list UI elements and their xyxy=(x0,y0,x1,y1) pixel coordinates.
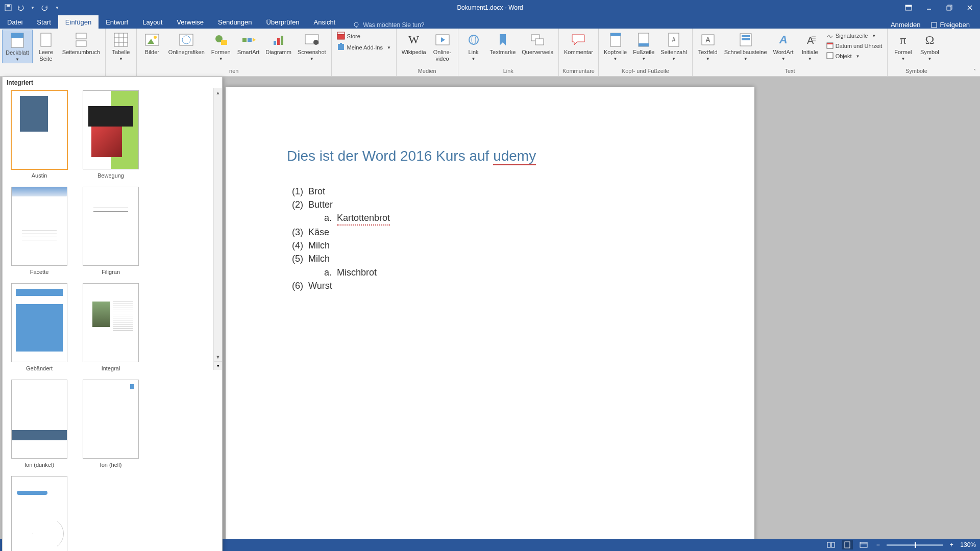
group-symbole: πFormel▼ ΩSymbol▼ Symbole xyxy=(888,29,945,76)
schnellbausteine-button[interactable]: Schnellbausteine▼ xyxy=(721,30,770,62)
store-button[interactable]: Store xyxy=(337,32,391,41)
close-icon[interactable] xyxy=(960,0,980,15)
symbol-button[interactable]: ΩSymbol▼ xyxy=(916,30,943,62)
zoom-out-icon[interactable]: − xyxy=(874,541,881,548)
quickparts-icon xyxy=(738,32,754,48)
template-bewegung[interactable]: Bewegung xyxy=(80,90,141,179)
kopfzeile-button[interactable]: Kopfzeile▼ xyxy=(601,30,630,62)
leere-label: LeereSeite xyxy=(39,49,53,62)
onlinevideo-button[interactable]: Online-video xyxy=(429,30,456,62)
symbol-label: Symbol xyxy=(920,49,939,56)
svg-text:A: A xyxy=(807,35,814,46)
tab-verweise[interactable]: Verweise xyxy=(169,15,211,29)
formen-button[interactable]: Formen▼ xyxy=(208,30,234,62)
undo-dropdown-icon[interactable]: ▼ xyxy=(29,4,37,12)
template-bewegung-label: Bewegung xyxy=(97,172,124,179)
onlinegrafiken-label: Onlinegrafiken xyxy=(168,49,205,56)
svg-rect-72 xyxy=(827,542,830,547)
fusszeile-button[interactable]: Fußzeile▼ xyxy=(630,30,657,62)
template-facette[interactable]: Facette xyxy=(9,187,70,275)
zoom-level[interactable]: 130% xyxy=(960,541,976,548)
initiale-button[interactable]: AInitiale▼ xyxy=(797,30,823,62)
qat-customize-icon[interactable]: ▼ xyxy=(53,4,61,12)
template-austin[interactable]: Austin xyxy=(9,90,70,179)
screenshot-icon xyxy=(304,32,320,48)
collapse-ribbon-icon[interactable]: ˄ xyxy=(973,68,976,74)
querverweis-button[interactable]: Querverweis xyxy=(519,30,556,56)
page[interactable]: Dies ist der Word 2016 Kurs auf udemy (1… xyxy=(226,87,754,539)
template-filigran[interactable]: Filigran xyxy=(80,187,141,275)
tell-me-search[interactable]: Was möchten Sie tun? xyxy=(353,21,424,29)
seitenzahl-button[interactable]: #Seitenzahl▼ xyxy=(657,30,690,62)
wikipedia-button[interactable]: WWikipedia xyxy=(399,30,429,56)
tab-einfuegen[interactable]: Einfügen xyxy=(58,15,99,29)
group-link-label: Link xyxy=(460,67,557,76)
tab-start[interactable]: Start xyxy=(30,15,58,29)
fusszeile-label: Fußzeile xyxy=(633,49,654,56)
link-button[interactable]: Link▼ xyxy=(460,30,487,62)
wordart-button[interactable]: AWordArt▼ xyxy=(770,30,797,62)
scroll-more-icon[interactable]: ▾ xyxy=(214,361,222,370)
tab-sendungen[interactable]: Sendungen xyxy=(211,15,259,29)
tab-layout[interactable]: Layout xyxy=(135,15,169,29)
querverweis-label: Querverweis xyxy=(522,49,553,56)
print-layout-icon[interactable] xyxy=(842,540,853,549)
redo-icon[interactable] xyxy=(41,4,49,12)
seitenumbruch-button[interactable]: Seitenumbruch xyxy=(59,30,103,56)
svg-point-24 xyxy=(154,36,157,39)
group-addins-label xyxy=(334,67,394,76)
onlinepic-icon xyxy=(178,32,194,48)
template-integral[interactable]: Integral xyxy=(80,283,141,371)
screenshot-button[interactable]: Screenshot▼ xyxy=(295,30,329,62)
group-seiten-label xyxy=(2,67,103,76)
restore-icon[interactable] xyxy=(939,0,960,15)
diagramm-button[interactable]: Diagramm xyxy=(262,30,295,56)
datum-button[interactable]: Datum und Uhrzeit xyxy=(826,42,883,50)
ribbon-display-icon[interactable] xyxy=(898,0,919,15)
template-ion-dunkel[interactable]: Ion (dunkel) xyxy=(9,380,70,468)
template-ion-hell[interactable]: Ion (hell) xyxy=(80,380,141,468)
kommentar-button[interactable]: Kommentar xyxy=(561,30,596,56)
template-ionh-label: Ion (hell) xyxy=(100,462,122,468)
read-mode-icon[interactable] xyxy=(825,540,837,549)
gallery-scrollbar[interactable]: ▲ ▼ ▾ xyxy=(213,88,222,370)
minimize-icon[interactable] xyxy=(919,0,939,15)
save-icon[interactable] xyxy=(4,4,12,12)
tabelle-button[interactable]: Tabelle▼ xyxy=(108,30,134,62)
svg-text:A: A xyxy=(705,36,710,44)
objekt-button[interactable]: Objekt▼ xyxy=(826,52,883,60)
diagramm-label: Diagramm xyxy=(265,49,291,56)
bilder-button[interactable]: Bilder xyxy=(139,30,165,56)
textfeld-button[interactable]: ATextfeld▼ xyxy=(695,30,721,62)
zoom-slider[interactable] xyxy=(887,544,943,546)
group-kopf: Kopfzeile▼ Fußzeile▼ #Seitenzahl▼ Kopf- … xyxy=(599,29,693,76)
template-gebaendert[interactable]: Gebändert xyxy=(9,283,70,371)
title-bar: ▼ ▼ Dokument1.docx - Word xyxy=(0,0,980,15)
scroll-up-icon[interactable]: ▲ xyxy=(214,88,222,97)
web-layout-icon[interactable] xyxy=(858,540,869,549)
formel-label: Formel xyxy=(894,49,912,56)
tab-entwurf[interactable]: Entwurf xyxy=(99,15,135,29)
svg-rect-31 xyxy=(274,41,276,45)
share-button[interactable]: Freigeben xyxy=(930,21,970,29)
meine-addins-button[interactable]: Meine Add-Ins▼ xyxy=(337,43,391,52)
zoom-in-icon[interactable]: + xyxy=(948,541,955,548)
tab-ansicht[interactable]: Ansicht xyxy=(307,15,343,29)
undo-icon[interactable] xyxy=(16,4,24,12)
meine-label: Meine Add-Ins xyxy=(347,44,383,51)
signaturzeile-button[interactable]: Signaturzeile▼ xyxy=(826,32,883,40)
scroll-down-icon[interactable]: ▼ xyxy=(214,353,222,361)
template-pfiff[interactable]: Pfiff xyxy=(9,476,70,551)
svg-rect-29 xyxy=(242,38,247,42)
tab-ueberpruefen[interactable]: Überprüfen xyxy=(259,15,307,29)
deckblatt-button[interactable]: Deckblatt▼ xyxy=(2,30,33,63)
formel-button[interactable]: πFormel▼ xyxy=(890,30,916,62)
sign-in-link[interactable]: Anmelden xyxy=(891,21,921,29)
tab-datei[interactable]: Datei xyxy=(0,15,30,29)
onlinegrafiken-button[interactable]: Onlinegrafiken xyxy=(165,30,208,56)
textmarke-button[interactable]: Textmarke xyxy=(487,30,519,56)
link-label: Link xyxy=(468,49,478,56)
smartart-button[interactable]: SmartArt xyxy=(234,30,262,56)
leere-seite-button[interactable]: LeereSeite xyxy=(33,30,59,62)
svg-rect-36 xyxy=(337,34,345,39)
